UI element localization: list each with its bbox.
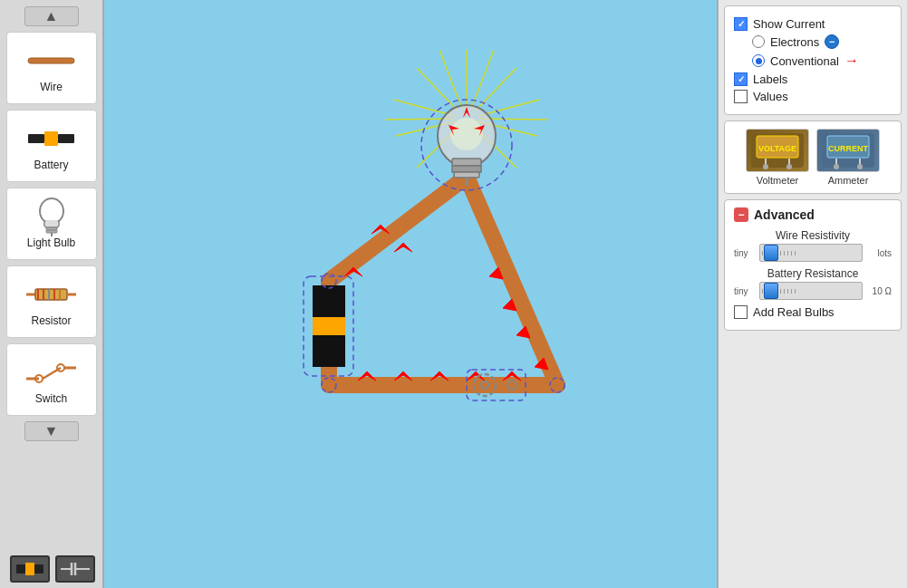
wire-resistivity-max-label: lots [866, 248, 892, 258]
values-row: Values [734, 90, 892, 103]
svg-point-92 [857, 164, 863, 169]
light-bulb-label: Light Bulb [27, 236, 75, 249]
labels-checkbox[interactable] [734, 72, 748, 86]
svg-point-4 [40, 198, 63, 224]
circuit-svg [104, 0, 717, 588]
light-bulb-icon [26, 198, 76, 235]
svg-rect-9 [35, 289, 67, 300]
svg-rect-3 [58, 134, 74, 143]
wire-resistivity-title: Wire Resistivity [734, 229, 892, 242]
wire-resistivity-thumb[interactable] [764, 245, 778, 261]
scroll-down-button[interactable]: ▼ [24, 421, 79, 441]
electrons-row: Electrons − [734, 34, 892, 49]
sidebar-item-resistor[interactable]: Resistor [6, 265, 97, 338]
wire-resistivity-section: Wire Resistivity tiny [734, 229, 892, 262]
sidebar-item-wire[interactable]: Wire [6, 32, 97, 104]
canvas-area[interactable] [104, 0, 717, 588]
svg-rect-6 [46, 230, 57, 233]
voltmeter-instrument[interactable]: VOLTAGE Voltmeter [746, 129, 809, 186]
show-current-row: Show Current [734, 17, 892, 31]
svg-line-44 [329, 177, 467, 281]
svg-rect-21 [16, 564, 25, 574]
sidebar-item-battery[interactable]: Battery [6, 110, 97, 182]
advanced-header[interactable]: − Advanced [734, 207, 892, 222]
svg-point-85 [786, 164, 792, 169]
svg-point-66 [450, 118, 483, 150]
conventional-label: Conventional [770, 54, 839, 68]
svg-rect-47 [313, 317, 345, 335]
labels-label: Labels [753, 72, 787, 86]
voltmeter-label: Voltmeter [757, 175, 798, 186]
sidebar-item-switch[interactable]: Switch [6, 343, 97, 416]
bottom-tools [0, 555, 104, 583]
values-label: Values [753, 90, 788, 103]
battery-label: Battery [34, 159, 68, 171]
svg-rect-63 [452, 166, 481, 172]
electrons-label: Electrons [770, 35, 819, 49]
advanced-section: − Advanced Wire Resistivity tiny [724, 199, 902, 331]
electrons-radio[interactable] [752, 35, 765, 48]
right-panel: Show Current Electrons − Conventional → … [717, 0, 907, 588]
battery-resistance-row: tiny 10 Ω [734, 282, 892, 300]
show-current-section: Show Current Electrons − Conventional → … [724, 5, 902, 115]
wire-resistivity-min-label: tiny [734, 248, 756, 258]
svg-line-33 [417, 68, 458, 111]
conventional-radio[interactable] [752, 54, 765, 67]
svg-marker-50 [394, 243, 412, 252]
svg-point-84 [763, 164, 768, 169]
ammeter-label: Ammeter [828, 175, 869, 186]
conventional-row: Conventional → [734, 53, 892, 69]
svg-line-37 [439, 50, 462, 109]
switch-icon [26, 354, 76, 390]
svg-rect-46 [313, 285, 345, 317]
advanced-title: Advanced [754, 207, 815, 222]
scroll-up-button[interactable]: ▲ [24, 6, 79, 26]
conventional-arrow-icon: → [844, 53, 859, 69]
svg-rect-62 [452, 159, 481, 166]
ammeter-instrument[interactable]: CURRENT Ammeter [816, 129, 880, 186]
svg-rect-22 [25, 563, 34, 575]
battery-resistance-max-label: 10 Ω [866, 286, 892, 296]
svg-rect-2 [44, 131, 58, 146]
svg-rect-64 [454, 172, 479, 178]
svg-rect-0 [28, 58, 74, 63]
svg-line-29 [476, 68, 516, 111]
resistor-label: Resistor [31, 314, 71, 327]
resistor-icon [26, 276, 76, 313]
svg-rect-48 [313, 335, 345, 367]
battery-resistance-section: Battery Resistance tiny [734, 267, 892, 300]
svg-text:CURRENT: CURRENT [828, 144, 869, 153]
svg-line-43 [467, 177, 557, 385]
svg-text:VOLTAGE: VOLTAGE [758, 144, 796, 153]
show-current-checkbox[interactable] [734, 17, 748, 31]
ammeter-image: CURRENT [816, 129, 880, 172]
electron-dot-icon: − [825, 34, 839, 49]
svg-rect-23 [34, 564, 43, 574]
capacitor-tool[interactable] [55, 555, 95, 583]
voltmeter-image: VOLTAGE [746, 129, 809, 172]
battery-icon [26, 120, 76, 157]
battery-resistance-track[interactable] [759, 282, 863, 300]
sidebar-item-light-bulb[interactable]: Light Bulb [6, 188, 97, 260]
advanced-toggle-icon[interactable]: − [734, 207, 748, 222]
show-current-label: Show Current [753, 17, 825, 31]
battery-resistance-min-label: tiny [734, 286, 756, 296]
values-checkbox[interactable] [734, 90, 748, 103]
wire-label: Wire [40, 81, 63, 93]
battery-resistance-thumb[interactable] [764, 283, 778, 299]
labels-row: Labels [734, 72, 892, 86]
switch-label: Switch [35, 392, 67, 405]
wire-resistivity-track[interactable] [759, 244, 863, 262]
add-real-bulbs-row: Add Real Bulbs [734, 305, 892, 319]
wire-icon [26, 43, 76, 79]
svg-rect-1 [28, 134, 44, 143]
instruments-section: VOLTAGE Voltmeter CURRENT [724, 120, 902, 194]
add-real-bulbs-checkbox[interactable] [734, 305, 748, 319]
wire-resistivity-row: tiny lots [734, 244, 892, 262]
battery-tool[interactable] [10, 555, 50, 583]
add-real-bulbs-label: Add Real Bulbs [753, 305, 835, 319]
battery-resistance-title: Battery Resistance [734, 267, 892, 280]
svg-point-91 [834, 164, 839, 169]
sidebar: ▲ Wire Battery [0, 0, 104, 588]
